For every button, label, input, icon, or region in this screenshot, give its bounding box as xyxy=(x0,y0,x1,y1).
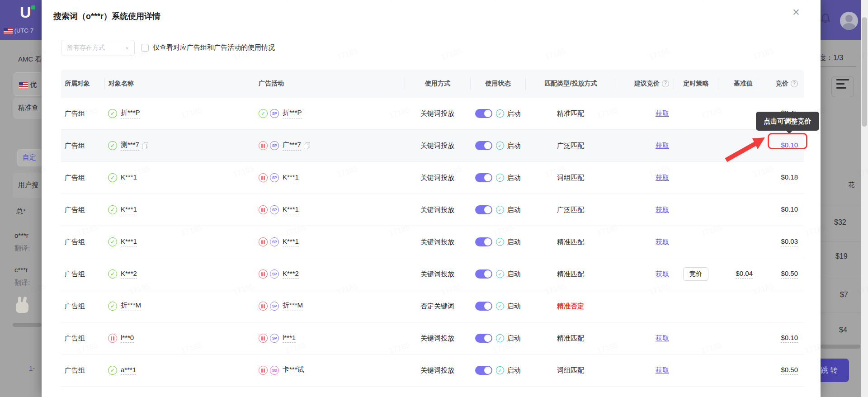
entity-name-link[interactable]: K***1 xyxy=(283,173,299,182)
owner-type-label: 广告组 xyxy=(65,302,85,311)
notifications-bell-icon[interactable] xyxy=(820,13,831,24)
bid-value[interactable]: $0.10 xyxy=(781,205,798,214)
table-cell: $0.50 xyxy=(757,366,804,375)
status-check-icon: ✓ xyxy=(496,302,504,310)
status-label: 启动 xyxy=(507,142,521,150)
timing-bid-button[interactable]: 竞价 xyxy=(683,267,708,281)
table-row: 广告组✓a***1SB卡***试关键词投放✓启动精准匹配获取$1.10 xyxy=(61,387,804,397)
user-avatar[interactable] xyxy=(840,12,858,30)
bg-pagination[interactable]: 1- xyxy=(29,364,35,372)
column-header-label: 竞价 xyxy=(776,80,788,88)
get-suggested-bid-link[interactable]: 获取 xyxy=(656,206,669,214)
column-header-label: 使用状态 xyxy=(486,80,511,88)
entity-name-link[interactable]: 折***M xyxy=(283,301,303,311)
bid-value[interactable]: $0.03 xyxy=(781,237,798,246)
status-toggle[interactable] xyxy=(475,109,492,118)
entity-name-link[interactable]: K***1 xyxy=(283,205,299,214)
get-suggested-bid-link[interactable]: 获取 xyxy=(656,174,669,182)
entity-name-link[interactable]: K***2 xyxy=(283,269,299,279)
status-active-icon: ✓ xyxy=(108,269,117,279)
status-toggle[interactable] xyxy=(475,302,492,311)
entity-name-link[interactable]: K***1 xyxy=(283,237,299,246)
divider xyxy=(821,241,860,241)
get-suggested-bid-link[interactable]: 获取 xyxy=(656,142,669,150)
divider xyxy=(819,66,856,67)
status-toggle[interactable] xyxy=(475,366,492,375)
entity-name-link[interactable]: l***0 xyxy=(121,334,134,343)
entity-name-link[interactable]: 折***P xyxy=(121,109,140,118)
existence-type-select[interactable]: 所有存在方式 ∨ xyxy=(61,40,135,56)
sp-badge-icon: SP xyxy=(270,205,279,214)
bg-list-view-button[interactable] xyxy=(831,76,854,97)
copy-icon[interactable] xyxy=(304,142,311,150)
entity-name-link[interactable]: K***2 xyxy=(121,269,137,279)
get-suggested-bid-link[interactable]: 获取 xyxy=(656,270,669,279)
entity-name-link[interactable]: 折***M xyxy=(121,301,141,311)
status-active-icon: ✓ xyxy=(259,109,268,118)
checkbox[interactable] xyxy=(141,44,149,52)
bid-value[interactable]: $0.50 xyxy=(781,269,798,279)
bg-tab-amc[interactable]: AMC 看 xyxy=(18,55,42,64)
divider xyxy=(821,206,860,206)
copy-icon[interactable] xyxy=(142,142,149,150)
get-suggested-bid-link[interactable]: 获取 xyxy=(656,238,669,246)
table-cell: 获取 xyxy=(616,270,674,279)
get-suggested-bid-link[interactable]: 获取 xyxy=(656,109,669,118)
status-toggle[interactable] xyxy=(475,205,492,214)
table-cell: ✓a***1 xyxy=(104,366,253,375)
table-cell: ✓K***1 xyxy=(104,173,253,182)
column-header-label: 对象名称 xyxy=(108,80,134,88)
status-check-icon: ✓ xyxy=(496,109,504,118)
table-cell: SP广***7 xyxy=(253,141,405,151)
get-suggested-bid-link[interactable]: 获取 xyxy=(656,366,669,375)
entity-name-link[interactable]: 测***7 xyxy=(121,141,139,151)
status-toggle[interactable] xyxy=(475,173,492,182)
bg-search-term-2[interactable]: c***r xyxy=(14,266,28,274)
marketplace-timezone[interactable]: (UTC-7 xyxy=(4,27,33,34)
table-cell: 竞价 xyxy=(674,267,718,281)
get-suggested-bid-link[interactable]: 获取 xyxy=(656,334,669,343)
bg-value-1: $32 xyxy=(834,218,846,227)
bg-horizontal-scrollbar[interactable] xyxy=(821,345,860,349)
help-icon[interactable]: ? xyxy=(791,80,798,87)
bid-value[interactable]: $0.10 xyxy=(781,334,798,343)
table-cell: 词组匹配 xyxy=(525,366,616,375)
close-icon[interactable]: × xyxy=(793,5,800,19)
column-header: 使用状态 xyxy=(470,78,525,90)
entity-name-link[interactable]: l***1 xyxy=(283,334,296,343)
baseline-value[interactable]: $0.04 xyxy=(736,269,753,279)
entity-name-link[interactable]: 广***7 xyxy=(283,141,301,151)
entity-name-link[interactable]: K***1 xyxy=(121,205,137,214)
entity-name-link[interactable]: K***1 xyxy=(121,237,137,246)
sp-badge-icon: SP xyxy=(270,334,279,343)
page-scrollbar-track[interactable] xyxy=(861,0,868,397)
entity-name-link[interactable]: 折***P xyxy=(283,109,302,118)
bid-value[interactable]: $0.18 xyxy=(781,173,798,182)
status-toggle[interactable] xyxy=(475,269,492,279)
table-cell: 广告组 xyxy=(61,109,104,118)
bg-horizontal-scrollbar[interactable] xyxy=(13,323,42,327)
status-label: 启动 xyxy=(507,206,521,214)
table-cell: $0.03 xyxy=(757,237,804,246)
help-icon[interactable]: ? xyxy=(662,80,669,87)
bid-value[interactable]: $0.50 xyxy=(781,366,798,375)
entity-name-link[interactable]: K***1 xyxy=(121,173,137,182)
bg-value-2: $19 xyxy=(835,252,848,260)
table-cell: 广告组 xyxy=(61,142,104,150)
page-scrollbar-thumb[interactable] xyxy=(862,17,867,127)
sb-badge-icon: SB xyxy=(270,366,279,375)
table-row: 广告组✓折***P✓SP折***P关键词投放✓启动精准匹配获取$0.45 xyxy=(61,98,804,130)
table-cell: 关键词投放 xyxy=(405,334,470,343)
bg-search-term-1[interactable]: o***r xyxy=(14,232,28,239)
status-toggle[interactable] xyxy=(475,141,492,150)
status-toggle[interactable] xyxy=(475,334,492,343)
status-toggle[interactable] xyxy=(475,237,492,246)
entity-name-link[interactable]: a***1 xyxy=(121,366,136,375)
sp-badge-icon: SP xyxy=(270,269,279,279)
app-root: U (UTC-7 AMC 看 优 精准查 自定 用户搜 总* o***r 翻译:… xyxy=(0,0,868,397)
owner-type-label: 广告组 xyxy=(65,109,85,118)
column-header: 对象名称 xyxy=(104,78,253,90)
owner-type-label: 广告组 xyxy=(65,174,85,182)
column-header: 竞价? xyxy=(757,78,804,90)
entity-name-link[interactable]: 卡***试 xyxy=(283,365,304,375)
